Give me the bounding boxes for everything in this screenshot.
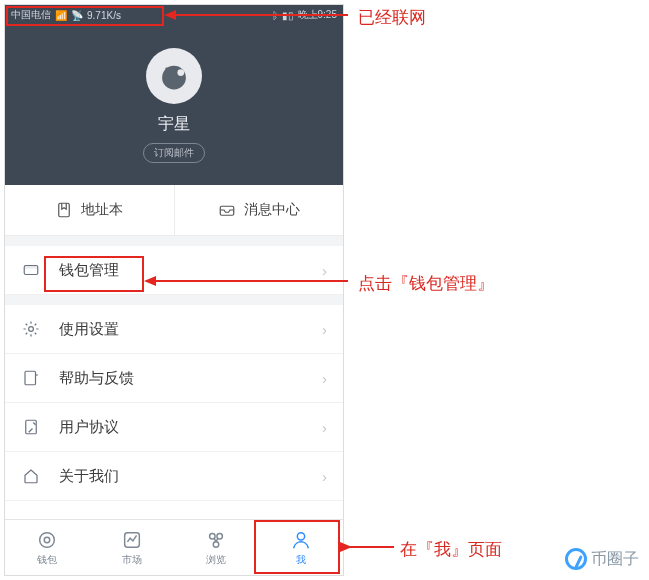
bookmark-icon [55,201,73,219]
wallet-icon [21,260,41,280]
address-book-label: 地址本 [81,201,123,219]
svg-rect-2 [166,67,171,70]
arrow-head-me [340,542,352,552]
menu-label: 帮助与反馈 [59,369,134,388]
home-icon [21,466,41,486]
svg-point-1 [177,69,184,76]
chevron-right-icon: › [322,370,327,387]
annotation-me-page: 在『我』页面 [400,538,502,561]
arrow-me [350,546,394,548]
svg-rect-3 [59,203,70,217]
callout-status [6,6,164,26]
tab-label: 市场 [122,553,142,567]
menu-label: 用户协议 [59,418,119,437]
chevron-right-icon: › [322,262,327,279]
svg-rect-10 [26,420,37,434]
watermark-text: 币圈子 [591,549,639,570]
subscribe-button[interactable]: 订阅邮件 [143,143,205,163]
browse-tab-icon [205,529,227,551]
menu-help[interactable]: 帮助与反馈 › [5,354,343,403]
svg-point-7 [29,327,34,332]
menu-agreement[interactable]: 用户协议 › [5,403,343,452]
profile-header: 宇星 订阅邮件 [5,25,343,185]
message-center-button[interactable]: 消息中心 [175,185,344,235]
svg-point-12 [45,537,51,543]
arrow-head-network [164,10,176,20]
tab-market[interactable]: 市场 [90,520,175,575]
avatar-icon [157,59,191,93]
quick-actions: 地址本 消息中心 [5,185,343,236]
arrow-network [174,14,348,16]
address-book-button[interactable]: 地址本 [5,185,175,235]
menu-label: 关于我们 [59,467,119,486]
username: 宇星 [158,114,190,135]
watermark-logo-icon [565,548,587,570]
market-tab-icon [121,529,143,551]
svg-rect-4 [220,206,234,215]
menu-settings[interactable]: 使用设置 › [5,305,343,354]
arrow-wallet [154,280,348,282]
section-gap [5,295,343,305]
svg-point-11 [40,532,55,547]
svg-rect-6 [24,266,38,269]
tab-wallet[interactable]: 钱包 [5,520,90,575]
arrow-head-wallet [144,276,156,286]
avatar[interactable] [146,48,202,104]
gear-icon [21,319,41,339]
wallet-tab-icon [36,529,58,551]
tab-browse[interactable]: 浏览 [174,520,259,575]
tab-label: 浏览 [206,553,226,567]
help-icon [21,368,41,388]
svg-rect-8 [25,371,36,385]
callout-me-tab [254,520,340,574]
callout-wallet-manage [44,256,144,292]
document-icon [21,417,41,437]
annotation-networked: 已经联网 [358,6,426,29]
message-center-label: 消息中心 [244,201,300,219]
chevron-right-icon: › [322,468,327,485]
chevron-right-icon: › [322,321,327,338]
chevron-right-icon: › [322,419,327,436]
inbox-icon [218,201,236,219]
watermark: 币圈子 [565,548,639,570]
svg-point-16 [214,541,220,547]
menu-label: 使用设置 [59,320,119,339]
section-gap [5,236,343,246]
tab-label: 钱包 [37,553,57,567]
menu-about[interactable]: 关于我们 › [5,452,343,501]
annotation-click-wallet: 点击『钱包管理』 [358,272,494,295]
